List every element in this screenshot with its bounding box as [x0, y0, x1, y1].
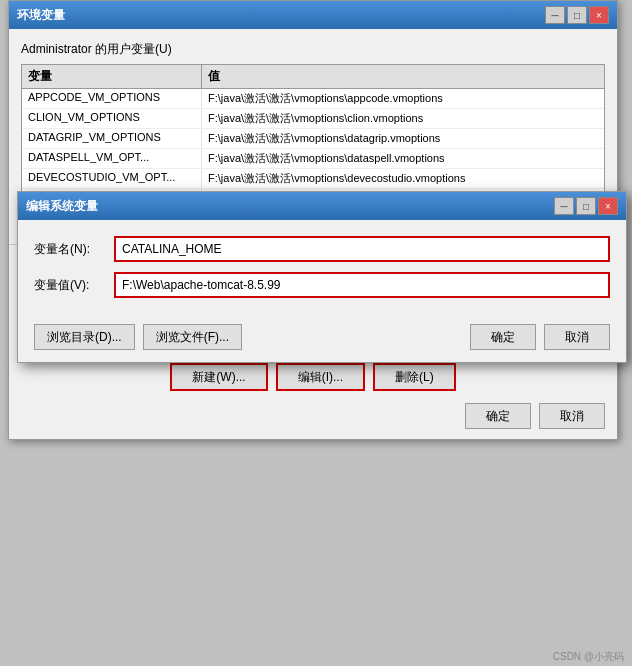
- minimize-button[interactable]: ─: [545, 6, 565, 24]
- row-val: F:\java\激活\激活\vmoptions\dataspell.vmopti…: [202, 149, 604, 168]
- edit-title-bar: 编辑系统变量 ─ □ ×: [18, 192, 626, 220]
- row-var: DATAGRIP_VM_OPTIONS: [22, 129, 202, 148]
- row-val: F:\java\激活\激活\vmoptions\datagrip.vmoptio…: [202, 129, 604, 148]
- var-value-label: 变量值(V):: [34, 277, 114, 294]
- table-row[interactable]: CLION_VM_OPTIONS F:\java\激活\激活\vmoptions…: [22, 109, 604, 129]
- row-val: F:\java\激活\激活\vmoptions\clion.vmoptions: [202, 109, 604, 128]
- row-var: DEVECOSTUDIO_VM_OPT...: [22, 169, 202, 188]
- edit-buttons: 浏览目录(D)... 浏览文件(F)... 确定 取消: [18, 316, 626, 362]
- new-button[interactable]: 新建(W)...: [170, 363, 267, 391]
- table-row[interactable]: DATAGRIP_VM_OPTIONS F:\java\激活\激活\vmopti…: [22, 129, 604, 149]
- edit-button[interactable]: 编辑(I)...: [276, 363, 365, 391]
- title-controls: ─ □ ×: [545, 6, 609, 24]
- browse-file-button[interactable]: 浏览文件(F)...: [143, 324, 242, 350]
- header-value: 值: [202, 65, 604, 88]
- admin-label: Administrator 的用户变量(U): [21, 41, 605, 58]
- row-val: F:\java\激活\激活\vmoptions\appcode.vmoption…: [202, 89, 604, 108]
- var-name-label: 变量名(N):: [34, 241, 114, 258]
- edit-title-controls: ─ □ ×: [554, 197, 618, 215]
- watermark: CSDN @小亮码: [553, 650, 624, 664]
- table-header: 变量 值: [22, 65, 604, 89]
- maximize-button[interactable]: □: [567, 6, 587, 24]
- var-name-input[interactable]: [114, 236, 610, 262]
- row-var: DATASPELL_VM_OPT...: [22, 149, 202, 168]
- env-window: 环境变量 ─ □ × Administrator 的用户变量(U) 变量 值 A…: [8, 0, 618, 440]
- env-title: 环境变量: [17, 7, 65, 24]
- env-title-bar: 环境变量 ─ □ ×: [9, 1, 617, 29]
- browse-dir-button[interactable]: 浏览目录(D)...: [34, 324, 135, 350]
- edit-close-button[interactable]: ×: [598, 197, 618, 215]
- row-var: CLION_VM_OPTIONS: [22, 109, 202, 128]
- header-variable: 变量: [22, 65, 202, 88]
- edit-maximize-button[interactable]: □: [576, 197, 596, 215]
- edit-minimize-button[interactable]: ─: [554, 197, 574, 215]
- var-name-row: 变量名(N):: [34, 236, 610, 262]
- edit-content: 变量名(N): 变量值(V):: [18, 220, 626, 316]
- edit-confirm-button[interactable]: 确定: [470, 324, 536, 350]
- var-value-input[interactable]: [114, 272, 610, 298]
- close-button[interactable]: ×: [589, 6, 609, 24]
- final-buttons: 确定 取消: [9, 399, 617, 439]
- table-row[interactable]: DATASPELL_VM_OPT... F:\java\激活\激活\vmopti…: [22, 149, 604, 169]
- edit-title: 编辑系统变量: [26, 198, 98, 215]
- row-var: APPCODE_VM_OPTIONS: [22, 89, 202, 108]
- edit-dialog: 编辑系统变量 ─ □ × 变量名(N): 变量值(V): 浏览目录(D)... …: [17, 191, 627, 363]
- delete-button[interactable]: 删除(L): [373, 363, 456, 391]
- final-cancel-button[interactable]: 取消: [539, 403, 605, 429]
- row-val: F:\java\激活\激活\vmoptions\devecostudio.vmo…: [202, 169, 604, 188]
- var-value-row: 变量值(V):: [34, 272, 610, 298]
- edit-cancel-button[interactable]: 取消: [544, 324, 610, 350]
- table-row[interactable]: DEVECOSTUDIO_VM_OPT... F:\java\激活\激活\vmo…: [22, 169, 604, 189]
- final-confirm-button[interactable]: 确定: [465, 403, 531, 429]
- table-row[interactable]: APPCODE_VM_OPTIONS F:\java\激活\激活\vmoptio…: [22, 89, 604, 109]
